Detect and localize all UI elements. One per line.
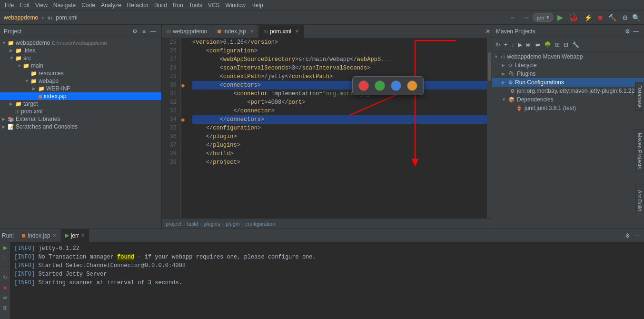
side-tab-maven[interactable]: Maven Projects [635, 130, 644, 172]
console-run-button[interactable]: ▶ [1, 243, 10, 252]
search-button[interactable]: 🔍 [632, 14, 640, 21]
back-button[interactable]: ← [508, 13, 518, 22]
console-output[interactable]: [INFO] jetty-6.1.22 [INFO] No Transactio… [10, 242, 644, 319]
code-content[interactable]: <version>6.1.26</version> <configuration… [188, 38, 492, 218]
menu-view[interactable]: View [32, 1, 50, 10]
menu-window[interactable]: Window [222, 1, 248, 10]
console-down-button[interactable]: ↓ [1, 263, 10, 272]
menu-tools[interactable]: Tools [186, 1, 205, 10]
editor-scroll-thumb[interactable] [488, 52, 491, 81]
sidebar-layout-button[interactable]: ≡ [141, 28, 147, 35]
breadcrumb-project[interactable]: project [166, 221, 181, 227]
maven-run-configs[interactable]: ▶ ⚙ Run Configurations [492, 78, 644, 87]
bottom-tab-jerr-close[interactable]: ✕ [81, 233, 85, 238]
menu-run[interactable]: Run [170, 1, 186, 10]
menu-code[interactable]: Code [79, 1, 98, 10]
tree-root[interactable]: ▼ 📁 webappdemo E:\maven\webappdemo [0, 39, 161, 47]
tree-webinf[interactable]: ▶ 📁 WEB-INF [0, 85, 161, 92]
menu-file[interactable]: File [2, 1, 17, 10]
maven-download-button[interactable]: ↓ [510, 41, 515, 49]
console-minimize-button[interactable]: — [634, 232, 642, 239]
menu-analyze[interactable]: Analyze [98, 1, 124, 10]
tree-resources[interactable]: 📁 resources [0, 70, 161, 77]
console-clear-button[interactable]: 🗑 [1, 303, 10, 312]
side-tab-database[interactable]: Database [635, 82, 644, 111]
stop-button[interactable]: ■ [596, 12, 604, 23]
tab-indexjsp[interactable]: ◼ index.jsp ✕ [212, 25, 258, 38]
breadcrumb-plugins[interactable]: plugins [204, 221, 220, 227]
bottom-tab-indexjsp-label: index.jsp [28, 232, 50, 239]
tree-scratches[interactable]: ▶ 📝 Scratches and Consoles [0, 123, 161, 130]
menu-help[interactable]: Help [248, 1, 266, 10]
menu-edit[interactable]: Edit [17, 1, 32, 10]
tab-pomxml-close[interactable]: ✕ [295, 29, 299, 34]
tree-extlibs[interactable]: ▶ 📚 External Libraries [0, 115, 161, 123]
maven-plugins[interactable]: ▶ 🔌 Plugins [492, 70, 644, 78]
sidebar-minimize-button[interactable]: — [149, 28, 158, 35]
code-editor[interactable]: 25 26 27 28 29 30 31 32 33 34 35 36 37 3… [162, 38, 492, 218]
bottom-tab-indexjsp[interactable]: ◼ index.jsp ✕ [18, 229, 60, 242]
tab-webappdemo[interactable]: m webappdemo [162, 25, 212, 38]
popup-circle-blue[interactable] [391, 80, 401, 91]
forward-button[interactable]: → [520, 13, 531, 22]
maven-dependencies[interactable]: ▼ 📦 Dependencies [492, 95, 644, 104]
breadcrumb-configuration[interactable]: configuration [245, 221, 275, 227]
user-badge[interactable]: jerr ▾ [533, 13, 554, 22]
editor-close-button[interactable]: ✕ [484, 25, 492, 38]
editor-scrollbar[interactable] [487, 38, 492, 218]
menu-navigate[interactable]: Navigate [50, 1, 79, 10]
popup-circle-orange[interactable] [407, 80, 417, 91]
breadcrumb-sep-2: › [200, 221, 202, 227]
maven-add-button[interactable]: + [503, 41, 509, 49]
maven-refresh-button[interactable]: ↻ [494, 41, 502, 49]
maven-tree: ▼ m webappdemo Maven Webapp ▶ ⟳ Lifecycl… [492, 51, 644, 229]
popup-circle-red[interactable] [358, 80, 369, 91]
tree-src[interactable]: ▼ 📁 src [0, 54, 161, 62]
menu-refactor[interactable]: Refactor [124, 1, 151, 10]
debug-button[interactable]: 🐞 [567, 12, 580, 23]
maven-toggle-button[interactable]: ⇌ [534, 41, 542, 49]
sidebar-settings-button[interactable]: ⚙ [131, 28, 139, 35]
breadcrumb-build[interactable]: build [187, 221, 198, 227]
run-button[interactable]: ▶ [555, 12, 565, 23]
maven-collapse-button[interactable]: ⊟ [562, 41, 570, 49]
side-tab-ant[interactable]: Ant Build [635, 187, 644, 214]
bottom-tab-jerr[interactable]: ▶ jerr ✕ [61, 229, 89, 242]
maven-junit[interactable]: 🏺 junit:junit:3.8.1 (test) [492, 104, 644, 112]
console-wrap-button[interactable]: ⇌ [1, 293, 10, 302]
maven-tree-button[interactable]: 🌳 [543, 41, 553, 49]
tab-indexjsp-close[interactable]: ✕ [250, 29, 254, 34]
tree-idea[interactable]: ▶ 📁 .idea [0, 47, 161, 54]
settings-button[interactable]: ⚙ [620, 13, 630, 22]
popup-circle-green[interactable] [375, 80, 385, 91]
console-up-button[interactable]: ↑ [1, 253, 10, 262]
breadcrumb-plugin[interactable]: plugin [226, 221, 239, 227]
maven-minimize-button[interactable]: — [632, 28, 640, 35]
console-rerun-button[interactable]: ↻ [1, 273, 10, 282]
tab-pomxml[interactable]: m pom.xml ✕ [259, 25, 305, 38]
tree-pomxml[interactable]: m pom.xml [0, 108, 161, 115]
console-stop-button[interactable]: ■ [1, 283, 10, 292]
bottom-tab-indexjsp-close[interactable]: ✕ [52, 233, 56, 238]
menu-vcs[interactable]: VCS [205, 1, 223, 10]
maven-wrench-button[interactable]: 🔧 [571, 41, 581, 49]
run-label: Run: [2, 232, 14, 239]
maven-settings-button[interactable]: ⚙ [624, 28, 632, 35]
maven-expand-button[interactable]: ⊞ [554, 41, 561, 49]
editor-area: m webappdemo ◼ index.jsp ✕ m pom.xml ✕ ✕ [162, 25, 492, 229]
maven-run-button[interactable]: ▶ [516, 41, 524, 49]
menu-build[interactable]: Build [151, 1, 170, 10]
tree-webapp[interactable]: ▼ 📁 webapp [0, 77, 161, 85]
build-button[interactable]: 🔨 [606, 13, 618, 22]
extlibs-icon: 📚 [8, 116, 14, 122]
coverage-button[interactable]: ⚡ [582, 13, 594, 22]
maven-skip-button[interactable]: ⏭ [525, 41, 533, 49]
console-settings-button[interactable]: ⚙ [624, 232, 632, 239]
maven-root[interactable]: ▼ m webappdemo Maven Webapp [492, 52, 644, 61]
tree-indexjsp[interactable]: ◼ index.jsp [0, 92, 161, 100]
tree-target[interactable]: ▶ 📁 target [0, 100, 161, 108]
maven-jerr-config[interactable]: ⚙ jerr:org.mortbay.jetty:maven-jetty-plu… [492, 87, 644, 95]
maven-lifecycle[interactable]: ▶ ⟳ Lifecycle [492, 61, 644, 70]
tree-main[interactable]: ▼ 📁 main [0, 62, 161, 70]
console-info-1: [INFO] [14, 245, 35, 252]
